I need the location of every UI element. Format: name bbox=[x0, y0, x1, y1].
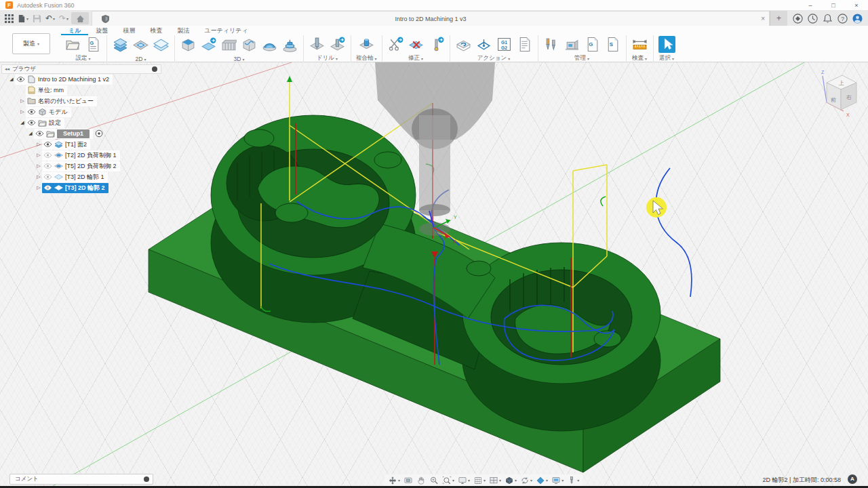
panel-options-icon[interactable] bbox=[152, 66, 157, 72]
fit-icon[interactable]: ▾ bbox=[441, 475, 456, 486]
new-tab-button[interactable]: + bbox=[770, 11, 787, 26]
user-avatar[interactable] bbox=[852, 14, 863, 24]
expander-icon[interactable]: ▷ bbox=[35, 174, 42, 180]
ribbon-group-label[interactable]: 複合軸▾ bbox=[356, 54, 377, 62]
ribbon-group-label[interactable]: 修正▾ bbox=[408, 54, 423, 62]
visibility-eye-icon[interactable] bbox=[43, 140, 52, 148]
expander-icon[interactable]: ▷ bbox=[19, 98, 26, 104]
extensions-icon[interactable] bbox=[793, 14, 803, 24]
redo-button[interactable]: ↷▾ bbox=[58, 12, 70, 24]
setup-sheet-icon[interactable] bbox=[516, 36, 533, 53]
tree-row-3[interactable]: ▷名前の付いたビュー bbox=[1, 96, 161, 106]
visibility-eye-icon[interactable] bbox=[16, 75, 25, 83]
g1g2-icon[interactable]: G1G2 bbox=[496, 36, 513, 53]
face2d-icon[interactable] bbox=[153, 37, 170, 54]
ribbon-group-label[interactable]: 2D▾ bbox=[136, 56, 146, 62]
workspace-selector[interactable]: 製造▾ bbox=[12, 33, 50, 54]
visibility-eye-off-icon[interactable] bbox=[43, 184, 52, 192]
app-grid-icon[interactable] bbox=[3, 12, 15, 24]
orbit-icon[interactable]: ▾ bbox=[519, 475, 534, 486]
comment-options-icon[interactable] bbox=[144, 476, 149, 482]
ribbon-group-label[interactable]: アクション▾ bbox=[477, 54, 511, 62]
assistant-icon[interactable]: A bbox=[848, 474, 857, 484]
toolpath-display-icon[interactable]: ▾ bbox=[534, 475, 549, 486]
folder-setup-icon[interactable] bbox=[64, 36, 81, 53]
ribbon-tab-1[interactable]: ミル bbox=[61, 26, 88, 35]
ribbon-group-label[interactable]: 管理▾ bbox=[574, 54, 589, 62]
browser-header[interactable]: ◂◂ ブラウザ bbox=[1, 64, 161, 74]
adaptive2d-icon[interactable] bbox=[132, 37, 149, 54]
ribbon-group-label[interactable]: 選択▾ bbox=[659, 54, 674, 62]
parallel3d-icon[interactable] bbox=[241, 37, 258, 54]
drill-icon[interactable] bbox=[309, 36, 326, 53]
minimize-button[interactable]: – bbox=[799, 0, 822, 11]
home-view-button[interactable] bbox=[71, 12, 89, 24]
ribbon-tab-3[interactable]: 積層 bbox=[115, 26, 142, 35]
select-icon[interactable] bbox=[658, 36, 675, 53]
undo-button[interactable]: ↶▾ bbox=[44, 12, 56, 24]
tree-row-11[interactable]: ▷[T3] 2D 輪郭 2 bbox=[1, 182, 161, 193]
expander-icon[interactable]: ▷ bbox=[35, 152, 42, 158]
spiral3d-icon[interactable] bbox=[281, 37, 298, 54]
expander-icon[interactable]: ▷ bbox=[35, 163, 42, 169]
save-button[interactable] bbox=[31, 12, 43, 24]
post-library-icon[interactable]: G bbox=[584, 36, 601, 53]
post-process-icon[interactable] bbox=[455, 36, 472, 53]
tree-row-4[interactable]: ▷モデル bbox=[1, 106, 161, 117]
document-tab[interactable]: Intro to 2D Machining 1 v3 × bbox=[92, 11, 770, 26]
measure-icon[interactable] bbox=[631, 36, 648, 53]
expander-icon[interactable]: ◢ bbox=[8, 77, 15, 82]
visual-style-icon[interactable]: ▾ bbox=[503, 475, 518, 486]
pan-hand-icon[interactable] bbox=[415, 475, 427, 486]
help-icon[interactable]: ? bbox=[837, 14, 848, 24]
multiaxis-icon[interactable] bbox=[358, 36, 375, 53]
adaptive3d-icon[interactable] bbox=[180, 37, 197, 54]
expander-icon[interactable]: ▷ bbox=[19, 109, 26, 115]
ribbon-group-label[interactable]: ドリル▾ bbox=[317, 54, 338, 62]
tree-row-1[interactable]: ◢Intro to 2D Machining 1 v2 bbox=[1, 74, 161, 85]
file-menu-button[interactable]: ▾ bbox=[16, 12, 29, 24]
tool-library-icon[interactable] bbox=[543, 36, 560, 53]
gcode-sheet-icon[interactable]: G bbox=[85, 36, 102, 53]
tree-row-5[interactable]: ◢設定 bbox=[1, 117, 161, 128]
look-at-icon[interactable] bbox=[402, 475, 414, 486]
close-button[interactable]: × bbox=[845, 0, 868, 11]
tool-display-icon[interactable]: ▾ bbox=[566, 475, 580, 486]
visibility-eye-icon[interactable] bbox=[35, 129, 44, 138]
ribbon-group-label[interactable]: 3D▾ bbox=[234, 56, 245, 62]
display-settings-icon[interactable]: ▾ bbox=[456, 475, 471, 486]
ribbon-tab-5[interactable]: 製法 bbox=[170, 26, 197, 35]
collapse-panel-icon[interactable]: ◂◂ bbox=[5, 66, 9, 72]
horizontal3d-icon[interactable] bbox=[261, 37, 278, 54]
pan-icon[interactable]: ▾ bbox=[387, 475, 401, 486]
maximize-button[interactable]: □ bbox=[822, 0, 845, 11]
job-status-icon[interactable] bbox=[808, 14, 818, 24]
viewports-icon[interactable]: ▾ bbox=[488, 475, 502, 486]
expander-icon[interactable]: ◢ bbox=[19, 120, 26, 125]
expander-icon[interactable]: ▷ bbox=[35, 185, 42, 190]
ribbon-tab-2[interactable]: 旋盤 bbox=[88, 26, 115, 35]
pocket3d-icon[interactable] bbox=[200, 37, 217, 54]
edit-badge-icon[interactable] bbox=[428, 36, 445, 53]
zoom-icon[interactable] bbox=[428, 475, 440, 486]
notifications-icon[interactable] bbox=[823, 14, 833, 24]
tree-row-9[interactable]: ▷[T5] 2D 負荷制御 2 bbox=[1, 161, 161, 171]
expander-icon[interactable]: ▷ bbox=[35, 142, 42, 147]
tree-row-6[interactable]: ◢Setup1 bbox=[1, 128, 161, 139]
expander-icon[interactable]: ◢ bbox=[27, 131, 34, 136]
viewport-canvas[interactable]: Y X 上 前 右 Z X bbox=[0, 62, 868, 486]
pocket2d-icon[interactable] bbox=[112, 37, 129, 54]
default-setup-radio-icon[interactable] bbox=[95, 129, 103, 138]
ribbon-tab-6[interactable]: ユーティリティ bbox=[197, 26, 255, 35]
drill-badge-icon[interactable] bbox=[329, 36, 346, 53]
visibility-eye-off-icon[interactable] bbox=[43, 151, 52, 159]
comment-bar[interactable]: コメント bbox=[9, 474, 153, 485]
trim-badge-icon[interactable] bbox=[387, 36, 404, 53]
template-library-icon[interactable]: S bbox=[604, 36, 621, 53]
grid-snaps-icon[interactable]: ▾ bbox=[472, 475, 487, 486]
view-cube[interactable]: 上 前 右 Z X bbox=[821, 70, 856, 117]
visibility-eye-icon[interactable] bbox=[27, 108, 36, 116]
machine-display-icon[interactable]: ▾ bbox=[550, 475, 565, 486]
visibility-eye-off-icon[interactable] bbox=[43, 162, 52, 170]
tree-row-8[interactable]: ▷[T2] 2D 負荷制御 1 bbox=[1, 150, 161, 161]
